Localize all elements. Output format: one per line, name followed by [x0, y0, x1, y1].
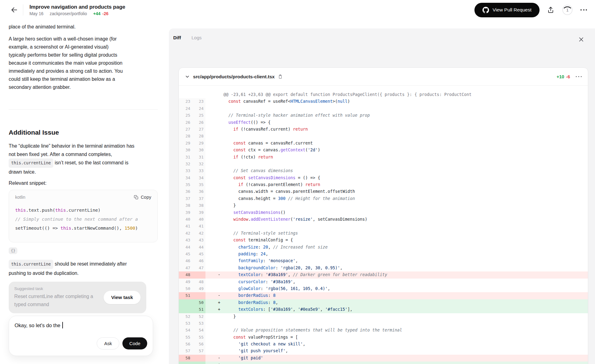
back-arrow-icon — [11, 6, 18, 14]
diff-row: 2828 — [179, 133, 588, 140]
diff-row: 2424 — [179, 105, 588, 112]
close-icon — [578, 37, 584, 42]
code-button[interactable]: Code — [122, 337, 147, 349]
diff-row: 5454 // Value proposition statements tha… — [179, 327, 588, 334]
overflow-menu-button[interactable] — [580, 9, 587, 11]
chat-input[interactable]: Okay, so let's do the — [15, 322, 147, 328]
file-card: src/app/products/products-client.tsx +10… — [178, 67, 588, 364]
diffstat: +44-26 — [93, 11, 108, 16]
diff-row: 3434 const setCanvasDimensions = () => { — [179, 175, 588, 181]
session-date: May 16 — [29, 11, 43, 16]
header: Improve navigation and products page May… — [0, 0, 595, 20]
ellipsis-icon — [580, 9, 587, 11]
snippet-line: setTimeout(() => this.startNewCommand(),… — [15, 224, 151, 233]
share-button[interactable] — [547, 6, 554, 14]
diff-row: 5252 } — [179, 313, 588, 320]
diff-row: 4948 cursorColor: '#38a169', — [179, 279, 588, 285]
diff-row: 3535 if (!canvas.parentElement) return — [179, 181, 588, 188]
app-root: Improve navigation and products page May… — [0, 0, 595, 364]
reset-paragraph: this.currentLine should be reset immedia… — [9, 260, 141, 277]
snippet-label: Relevant snippet: — [9, 180, 158, 186]
snippet-language-label: kotlin — [15, 195, 25, 200]
badge-count-label: 1 — [562, 4, 573, 15]
chevron-down-icon[interactable] — [185, 74, 190, 79]
title-block: Improve navigation and products page May… — [29, 4, 125, 16]
diff-row: 51- borderRadius: 8 — [179, 292, 588, 299]
issue-paragraph: The “duplicate line” behavior in the ter… — [9, 142, 136, 176]
diff-row: 51+ textColors: ['#38a169', '#0ea5e9', '… — [179, 306, 588, 313]
diff-row: 5353 — [179, 320, 588, 327]
chat-input-card: Okay, so let's do the Ask Code — [9, 316, 153, 356]
back-button[interactable] — [8, 4, 20, 16]
copy-button[interactable]: Copy — [134, 195, 151, 200]
diff-row: 5656 'git checkout a new skill', — [179, 341, 588, 348]
braces-badge: {} — [9, 247, 17, 254]
diff-row: 3939 setCanvasDimensions() — [179, 209, 588, 216]
chat-draft-text: Okay, so let's do the — [15, 323, 62, 328]
session-count-badge[interactable]: 1 — [562, 4, 573, 15]
diff-row: 3636 canvas.width = canvas.parentElement… — [179, 188, 588, 195]
diff-row: 4646 fontFamily: 'monospace', — [179, 258, 588, 264]
diff-row: 2626 useEffect(() => { — [179, 119, 588, 126]
diff-row: 4343 const terminalConfig = { — [179, 237, 588, 244]
diff-row: 2323 const canvasRef = useRef<HTMLCanvas… — [179, 98, 588, 105]
ellipsis-icon — [576, 76, 582, 77]
paragraph-top: place of the animated terminal. — [9, 23, 127, 31]
view-pull-request-label: View Pull Request — [492, 7, 531, 13]
file-diffstat: +10-6 — [557, 74, 570, 79]
diff-row: 58- 'git paid' — [179, 355, 588, 362]
diff-row: 4545 padding: 24, — [179, 251, 588, 258]
diff-row: 5555 const valuePropStrings = [ — [179, 334, 588, 341]
paragraph-hero: A large hero section with a well-chosen … — [9, 35, 127, 91]
tab-bar: Diff Logs — [173, 35, 202, 40]
view-task-button[interactable]: View task — [104, 291, 141, 304]
diff-row: 4141 — [179, 223, 588, 230]
file-header[interactable]: src/app/products/products-client.tsx +10… — [179, 68, 588, 86]
diff-hunk-row: @@ -23,61 +23,63 @@ export default funct… — [179, 91, 588, 98]
diff-panel: Diff Logs src/app/products/products-clie… — [169, 0, 595, 364]
diff-rows: @@ -23,61 +23,63 @@ export default funct… — [179, 86, 588, 364]
share-icon — [547, 6, 554, 14]
diff-row: 3030 const ctx = canvas.getContext('2d') — [179, 147, 588, 154]
clipboard-icon[interactable] — [278, 74, 283, 79]
snippet-line: this.text.push(this.currentLine) — [15, 206, 151, 215]
chat-panel: place of the animated terminal. A large … — [0, 20, 169, 364]
file-deletions: -6 — [566, 74, 570, 79]
text-cursor — [62, 322, 63, 328]
ask-button[interactable]: Ask — [97, 337, 119, 349]
issue-text-1: The “duplicate line” behavior in the ter… — [9, 143, 134, 157]
diff-row: 3232 — [179, 161, 588, 167]
snippet-code: this.text.push(this.currentLine)// Simpl… — [15, 206, 151, 233]
diff-row: 5757 'git push yourself', — [179, 348, 588, 354]
diff-row: 50+ borderRadius: 8, — [179, 299, 588, 306]
file-additions: +10 — [557, 74, 564, 79]
diff-row: 2727 if (!canvasRef.current) return — [179, 126, 588, 133]
page-title: Improve navigation and products page — [29, 4, 125, 10]
suggested-task-card: Suggested task Reset currentLine after c… — [9, 282, 146, 313]
snippet-card: kotlin Copy this.text.push(this.currentL… — [9, 190, 158, 242]
github-icon — [483, 7, 489, 13]
diff-row: 2929 const canvas = canvasRef.current — [179, 140, 588, 147]
section-heading: Additional Issue — [9, 129, 158, 136]
additions-count: +44 — [93, 11, 100, 16]
close-button[interactable] — [576, 34, 586, 45]
repo-name: zackproser/portfolio — [50, 11, 87, 16]
diff-row: 3838 } — [179, 202, 588, 209]
copy-label: Copy — [141, 195, 151, 200]
tab-diff[interactable]: Diff — [173, 35, 181, 40]
diff-row: 5049 glowColor: 'rgba(56, 161, 105, 0.4)… — [179, 285, 588, 292]
inline-code-chip: this.currentLine — [9, 158, 53, 168]
suggested-task-title: Reset currentLine after completing a typ… — [14, 292, 94, 309]
file-menu-button[interactable] — [576, 76, 582, 77]
diff-row: 4444 charSize: 20, // Increased font siz… — [179, 244, 588, 251]
diff-row: 3333 // Set canvas dimensions — [179, 167, 588, 174]
file-path: src/app/products/products-client.tsx — [193, 74, 275, 79]
view-pull-request-button[interactable]: View Pull Request — [474, 3, 540, 17]
diff-row: 4040 window.addEventListener('resize', s… — [179, 216, 588, 223]
snippet-line: // Simply continue to the next command a… — [15, 215, 151, 224]
deletions-count: -26 — [102, 11, 108, 16]
diff-row: 2525 // Terminal-style hacker animation … — [179, 112, 588, 119]
diff-row: 3737 canvas.height = 300 // Height for t… — [179, 195, 588, 202]
tab-logs[interactable]: Logs — [192, 35, 202, 40]
diff-row: 4242 // Terminal-style settings — [179, 230, 588, 237]
